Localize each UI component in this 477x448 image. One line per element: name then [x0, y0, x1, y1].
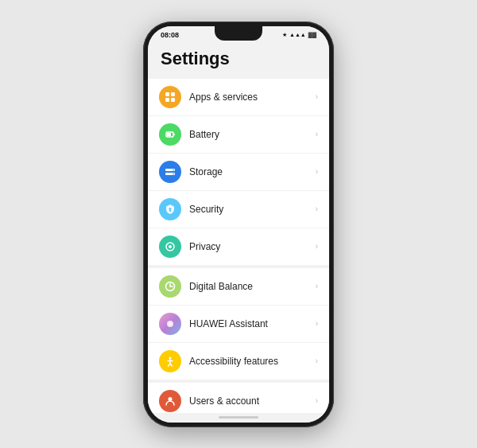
privacy-icon [159, 236, 181, 258]
apps-chevron: › [316, 92, 318, 101]
security-chevron: › [316, 205, 318, 213]
home-indicator [148, 413, 329, 423]
huawei-assistant-chevron: › [316, 319, 318, 328]
settings-item-storage[interactable]: Storage › [148, 154, 329, 191]
settings-item-apps[interactable]: Apps & services › [148, 79, 329, 116]
svg-point-10 [173, 173, 174, 174]
svg-point-20 [169, 356, 172, 359]
settings-item-privacy[interactable]: Privacy › [148, 228, 329, 265]
phone-screen: 08:08 ★ ▲▲▲ ▓▓ Settings [148, 26, 329, 423]
svg-rect-3 [171, 98, 175, 102]
phone-frame: 08:08 ★ ▲▲▲ ▓▓ Settings [143, 21, 334, 427]
svg-rect-6 [167, 133, 171, 136]
svg-point-14 [169, 245, 172, 248]
screen-content: Settings Apps & services › [148, 41, 329, 413]
huawei-assistant-icon [159, 313, 181, 335]
settings-item-battery[interactable]: Battery › [148, 116, 329, 154]
apps-icon [159, 86, 181, 108]
accessibility-label: Accessibility features [189, 356, 316, 367]
settings-item-security[interactable]: Security › [148, 191, 329, 228]
settings-item-users[interactable]: Users & account › [148, 383, 329, 413]
settings-item-huawei-assistant[interactable]: HUAWEI Assistant › [148, 306, 329, 343]
privacy-label: Privacy [189, 241, 316, 252]
svg-rect-1 [171, 92, 175, 96]
battery-icon: ▓▓ [308, 32, 316, 37]
status-icons: ★ ▲▲▲ ▓▓ [282, 32, 316, 38]
svg-rect-5 [173, 134, 175, 135]
security-label: Security [189, 204, 316, 215]
settings-group-1: Apps & services › Battery › [148, 79, 329, 265]
svg-point-11 [169, 208, 172, 210]
svg-rect-0 [165, 92, 169, 96]
storage-chevron: › [316, 167, 318, 176]
home-bar [219, 416, 258, 419]
apps-label: Apps & services [189, 92, 316, 103]
page-title: Settings [148, 41, 329, 76]
privacy-chevron: › [316, 242, 318, 251]
svg-point-19 [169, 322, 172, 325]
settings-group-2: Digital Balance › HUAWEI Assistant › [148, 268, 329, 380]
users-icon [159, 390, 181, 412]
digital-balance-icon [159, 275, 181, 298]
storage-icon [159, 161, 181, 183]
settings-item-digital-balance[interactable]: Digital Balance › [148, 268, 329, 306]
svg-line-24 [170, 364, 173, 366]
signal-icon: ▲▲▲ [289, 32, 306, 37]
accessibility-chevron: › [316, 356, 318, 365]
users-chevron: › [316, 396, 318, 405]
security-icon [159, 198, 181, 220]
huawei-assistant-label: HUAWEI Assistant [189, 318, 316, 329]
battery-chevron: › [316, 130, 318, 138]
battery-icon-circle [159, 123, 181, 146]
bluetooth-icon: ★ [282, 32, 287, 38]
battery-label: Battery [189, 129, 316, 140]
accessibility-icon [159, 350, 181, 372]
users-label: Users & account [189, 395, 316, 407]
storage-label: Storage [189, 166, 316, 177]
settings-group-3: Users & account › HMS HMS Core › [148, 383, 329, 413]
settings-item-accessibility[interactable]: Accessibility features › [148, 343, 329, 380]
digital-balance-chevron: › [316, 282, 318, 290]
svg-rect-12 [169, 210, 171, 212]
svg-point-9 [173, 169, 174, 170]
digital-balance-label: Digital Balance [189, 281, 316, 292]
svg-rect-2 [165, 98, 169, 102]
status-time: 08:08 [161, 31, 179, 39]
notch [215, 26, 262, 41]
